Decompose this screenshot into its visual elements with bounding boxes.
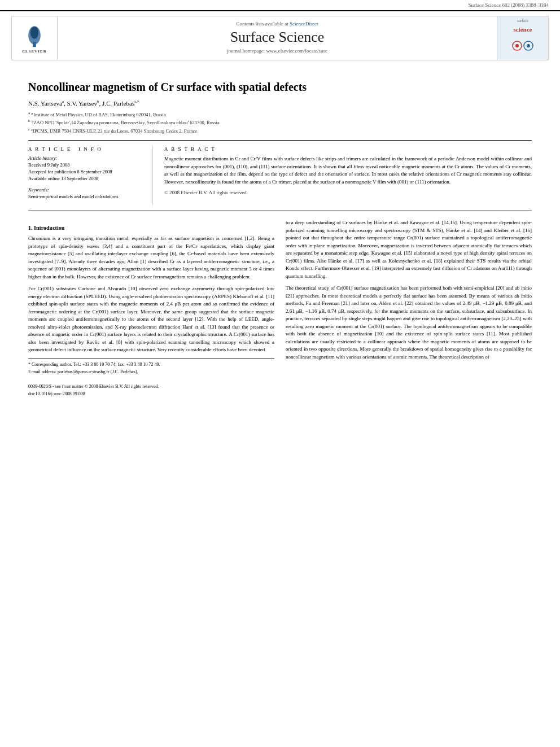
affiliation-a: a ᵃInstitute of Metal Physics, UD of RAS… xyxy=(28,110,532,119)
article-title: Noncollinear magnetism of Cr surface wit… xyxy=(28,81,532,94)
abstract-heading: A B S T R A C T xyxy=(164,146,532,152)
affiliations: a ᵃInstitute of Metal Physics, UD of RAS… xyxy=(28,110,532,135)
footnote-5: doi:10.1016/j.susc.2008.09.008 xyxy=(28,391,274,397)
svg-point-2 xyxy=(30,27,38,39)
keywords-label: Keywords: xyxy=(28,187,130,193)
footnote-3 xyxy=(28,376,274,382)
article-history: Article history: Received 9 July 2008 Ac… xyxy=(28,155,130,182)
elsevier-logo-area: ELSEVIER xyxy=(12,16,57,60)
footnote-4: 0039-6028/$ - see front matter © 2008 El… xyxy=(28,383,274,390)
affiliation-c: c ᶜIPCMS, UMR 7504 CNRS-ULP, 23 rue du L… xyxy=(28,126,532,135)
keywords-text: Semi-empirical models and model calculat… xyxy=(28,194,130,200)
left-column: 1. Introduction Chromium is a very intri… xyxy=(28,219,274,398)
copyright-text: © 2008 Elsevier B.V. All rights reserved… xyxy=(164,189,532,197)
accepted-date: Accepted for publication 8 September 200… xyxy=(28,169,130,176)
authors: N.S. Yartsevaa, S.V. Yartsevb, J.C. Parl… xyxy=(28,99,532,107)
body-columns: 1. Introduction Chromium is a very intri… xyxy=(28,219,532,398)
sciencedirect-link[interactable]: ScienceDirect xyxy=(290,21,318,27)
abstract-text: Magnetic moment distributions in Cr and … xyxy=(164,155,532,186)
article-info-abstract-section: A R T I C L E I N F O Article history: R… xyxy=(28,140,532,211)
svg-point-7 xyxy=(527,44,530,47)
footnote-2: E-mail address: parlebas@ipcms.u-strasbg… xyxy=(28,369,274,375)
journal-homepage: journal homepage: www.elsevier.com/locat… xyxy=(63,48,491,54)
article-info: A R T I C L E I N F O Article history: R… xyxy=(28,146,141,205)
svg-point-6 xyxy=(515,44,519,47)
elsevier-label: ELSEVIER xyxy=(22,49,46,54)
section1-heading: 1. Introduction xyxy=(28,224,274,232)
journal-header: Surface Science 602 (2008) 3388–3394 xyxy=(0,0,560,11)
right-column: to a deep understanding of Cr surfaces b… xyxy=(286,219,532,398)
history-label: Article history: xyxy=(28,155,130,161)
intro-paragraph-1: Chromium is a very intriguing transition… xyxy=(28,235,274,281)
article-info-heading: A R T I C L E I N F O xyxy=(28,146,130,152)
elsevier-tree-icon xyxy=(20,23,49,48)
elsevier-logo: ELSEVIER xyxy=(20,23,49,54)
surface-science-graphic xyxy=(506,36,540,55)
main-content: Noncollinear magnetism of Cr surface wit… xyxy=(0,65,560,409)
footnote-1: * Corresponding author. Tel.: +33 3 88 1… xyxy=(28,361,274,368)
abstract-section: A B S T R A C T Magnetic moment distribu… xyxy=(164,146,532,205)
intro-paragraph-2: For Cr(001) substrates Carbone and Alvar… xyxy=(28,285,274,354)
received-date: Received 9 July 2008 xyxy=(28,162,130,169)
journal-title-banner: Surface Science xyxy=(63,29,491,46)
svg-rect-3 xyxy=(506,36,540,55)
available-date: Available online 13 September 2008 xyxy=(28,176,130,182)
sciencedirect-info: Contents lists available at ScienceDirec… xyxy=(63,21,491,27)
affiliation-b: b ᵇZAO NPO 'Spektr',14 Zapadnaya promzon… xyxy=(28,118,532,126)
article-keywords: Keywords: Semi-empirical models and mode… xyxy=(28,187,130,200)
footnotes: * Corresponding author. Tel.: +33 3 88 1… xyxy=(28,359,274,397)
surface-science-logo-area: surface science xyxy=(497,16,548,60)
info-abstract-divider xyxy=(152,146,153,205)
intro-paragraph-3: to a deep understanding of Cr surfaces b… xyxy=(286,219,532,280)
journal-banner-center: Contents lists available at ScienceDirec… xyxy=(57,16,497,60)
intro-paragraph-4: The theoretical study of Cr(001) surface… xyxy=(286,285,532,361)
journal-banner: ELSEVIER Contents lists available at Sci… xyxy=(11,16,549,60)
journal-citation: Surface Science 602 (2008) 3388–3394 xyxy=(469,2,549,8)
surface-science-logo: surface science xyxy=(506,19,540,58)
